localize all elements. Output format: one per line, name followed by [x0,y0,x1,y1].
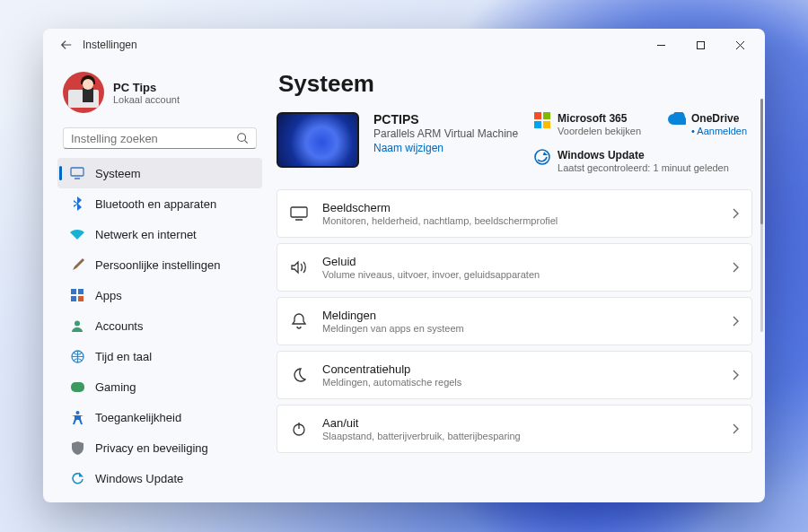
sidebar-item-time-language[interactable]: Tijd en taal [57,341,262,371]
svg-rect-0 [697,41,704,48]
sidebar-item-privacy[interactable]: Privacy en beveiliging [57,432,262,463]
main-panel: Systeem PCTIPS Parallels ARM Virtual Mac… [269,61,765,502]
promo-windows-update[interactable]: Windows Update Laatst gecontroleerd: 1 m… [534,149,747,173]
card-sub: Meldingen, automatische regels [322,377,461,388]
window-title: Instellingen [83,39,137,51]
update-icon [70,471,84,485]
card-sub: Monitoren, helderheid, nachtlamp, beelds… [322,215,558,226]
card-display[interactable]: BeeldschermMonitoren, helderheid, nachtl… [277,189,752,238]
svg-rect-13 [534,121,541,128]
sidebar-item-label: Bluetooth en apparaten [95,197,216,211]
card-sub: Meldingen van apps en systeem [322,323,464,334]
chevron-right-icon [732,423,739,434]
rename-link[interactable]: Naam wijzigen [373,142,518,154]
maximize-icon [696,40,706,50]
settings-window: Instellingen PC Tips Lokaal account [43,29,765,502]
device-name: PCTIPS [373,112,518,126]
svg-rect-12 [543,112,550,119]
arrow-left-icon [60,39,73,51]
settings-cards: BeeldschermMonitoren, helderheid, nachtl… [277,189,752,453]
sidebar-item-label: Netwerk en internet [95,228,197,241]
profile-block[interactable]: PC Tips Lokaal account [57,66,262,124]
profile-name: PC Tips [113,81,180,94]
card-title: Meldingen [322,309,464,322]
svg-rect-2 [71,168,83,176]
minimize-icon [656,40,666,50]
chevron-right-icon [732,208,739,219]
sidebar-item-label: Accounts [95,319,143,333]
promo-sub: • Aanmelden [691,126,747,136]
device-info: PCTIPS Parallels ARM Virtual Machine Naa… [373,112,518,154]
sidebar-item-accounts[interactable]: Accounts [57,310,262,341]
onedrive-icon [668,112,684,128]
sidebar-item-label: Gaming [95,380,136,394]
sidebar-item-accessibility[interactable]: Toegankelijkheid [57,402,262,432]
sidebar-item-gaming[interactable]: Gaming [57,371,262,402]
promo-sub: Voordelen bekijken [558,126,641,136]
power-icon [290,420,308,438]
globe-clock-icon [70,349,84,363]
promo-onedrive[interactable]: OneDrive • Aanmelden [668,112,747,136]
microsoft-365-icon [534,112,550,128]
card-focus-assist[interactable]: ConcentratiehulpMeldingen, automatische … [277,351,752,399]
svg-rect-5 [71,296,76,301]
minimize-button[interactable] [641,31,681,58]
search-icon [236,132,249,144]
bell-icon [290,312,308,330]
svg-point-10 [75,411,79,414]
search-box[interactable] [63,127,257,149]
device-thumbnail [277,112,359,168]
sidebar-item-label: Systeem [95,167,141,180]
back-button[interactable] [54,32,79,57]
sidebar-item-personalization[interactable]: Persoonlijke instellingen [57,249,262,280]
page-heading: Systeem [278,70,752,98]
maximize-button[interactable] [681,31,720,58]
promo-title: OneDrive [691,112,747,125]
svg-rect-14 [543,121,550,128]
svg-point-15 [535,150,549,164]
svg-rect-4 [78,289,83,294]
sound-icon [290,258,308,276]
card-title: Beeldscherm [322,201,558,214]
card-notifications[interactable]: MeldingenMeldingen van apps en systeem [277,297,752,345]
card-title: Concentratiehulp [322,362,461,376]
promo-title: Microsoft 365 [558,112,641,125]
system-icon [70,166,84,180]
card-sub: Slaapstand, batterijverbruik, batterijbe… [322,431,521,441]
hero-row: PCTIPS Parallels ARM Virtual Machine Naa… [277,112,752,173]
promo-sub: Laatst gecontroleerd: 1 minuut geleden [558,162,729,173]
svg-rect-11 [534,112,541,119]
close-button[interactable] [720,31,760,58]
titlebar: Instellingen [43,29,765,61]
svg-rect-9 [71,382,84,392]
card-power[interactable]: Aan/uitSlaapstand, batterijverbruik, bat… [277,405,752,453]
avatar [63,72,104,113]
bluetooth-icon [70,196,84,211]
sidebar-item-network[interactable]: Netwerk en internet [57,219,262,249]
device-model: Parallels ARM Virtual Machine [373,127,518,140]
card-sound[interactable]: GeluidVolume niveaus, uitvoer, invoer, g… [277,243,752,292]
sidebar-item-label: Persoonlijke instellingen [95,258,220,272]
svg-point-1 [238,134,246,142]
accessibility-icon [70,410,84,424]
card-sub: Volume niveaus, uitvoer, invoer, geluids… [322,269,540,280]
sidebar-item-apps[interactable]: Apps [57,280,262,310]
wifi-icon [70,227,84,241]
svg-rect-16 [291,207,307,217]
chevron-right-icon [732,370,739,380]
apps-icon [70,288,84,302]
sidebar-item-systeem[interactable]: Systeem [57,158,262,188]
scrollbar-thumb[interactable] [760,99,763,224]
sidebar-item-label: Apps [95,289,122,302]
promo-m365[interactable]: Microsoft 365 Voordelen bekijken [534,112,641,136]
sidebar-item-label: Tijd en taal [95,350,152,363]
sidebar-item-bluetooth[interactable]: Bluetooth en apparaten [57,188,262,219]
accounts-icon [70,318,84,333]
card-title: Geluid [322,255,540,268]
paintbrush-icon [70,257,84,272]
sidebar-nav: Systeem Bluetooth en apparaten Netwerk e… [57,158,262,493]
sidebar-item-label: Windows Update [95,472,183,485]
search-input[interactable] [71,132,236,145]
sidebar-item-windows-update[interactable]: Windows Update [57,463,262,493]
chevron-right-icon [732,316,739,327]
